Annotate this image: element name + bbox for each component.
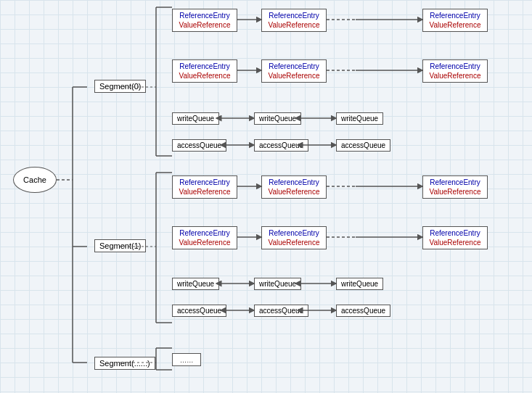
access-queue-1-2: accessQueue bbox=[254, 305, 308, 317]
write-queue-1-2: writeQueue bbox=[254, 278, 301, 290]
ref-entry-1-1-1: ReferenceEntry ValueReference bbox=[172, 175, 237, 199]
write-queue-1-3: writeQueue bbox=[336, 278, 383, 290]
write-queue-0-2: writeQueue bbox=[254, 112, 301, 125]
ref-entry-1-1-3: ReferenceEntry ValueReference bbox=[422, 175, 488, 199]
write-queue-0-1: writeQueue bbox=[172, 112, 219, 125]
ref-entry-0-1-1: ReferenceEntry ValueReference bbox=[172, 9, 237, 32]
write-queue-1-1: writeQueue bbox=[172, 278, 219, 290]
cache-node: Cache bbox=[13, 167, 57, 193]
access-queue-0-3: accessQueue bbox=[336, 139, 390, 152]
ref-entry-1-2-1: ReferenceEntry ValueReference bbox=[172, 226, 237, 249]
ref-entry-1-2-3: ReferenceEntry ValueReference bbox=[422, 226, 488, 249]
ref-entry-0-1-3: ReferenceEntry ValueReference bbox=[422, 9, 488, 32]
ref-entry-0-2-2: ReferenceEntry ValueReference bbox=[261, 59, 327, 83]
segment-0: Segment(0) bbox=[94, 80, 146, 93]
ref-entry-0-1-2: ReferenceEntry ValueReference bbox=[261, 9, 327, 32]
diagram-container: Cache Segment(0) Segment(1) Segment(....… bbox=[0, 0, 532, 393]
segment-dots: Segment(......) bbox=[94, 357, 155, 370]
write-queue-0-3: writeQueue bbox=[336, 112, 383, 125]
access-queue-0-2: accessQueue bbox=[254, 139, 308, 152]
dots-box: ...... bbox=[172, 353, 201, 366]
ref-entry-0-2-3: ReferenceEntry ValueReference bbox=[422, 59, 488, 83]
ref-entry-1-2-2: ReferenceEntry ValueReference bbox=[261, 226, 327, 249]
ref-entry-0-2-1: ReferenceEntry ValueReference bbox=[172, 59, 237, 83]
access-queue-1-3: accessQueue bbox=[336, 305, 390, 317]
access-queue-0-1: accessQueue bbox=[172, 139, 226, 152]
access-queue-1-1: accessQueue bbox=[172, 305, 226, 317]
ref-entry-1-1-2: ReferenceEntry ValueReference bbox=[261, 175, 327, 199]
segment-1: Segment(1) bbox=[94, 239, 146, 252]
